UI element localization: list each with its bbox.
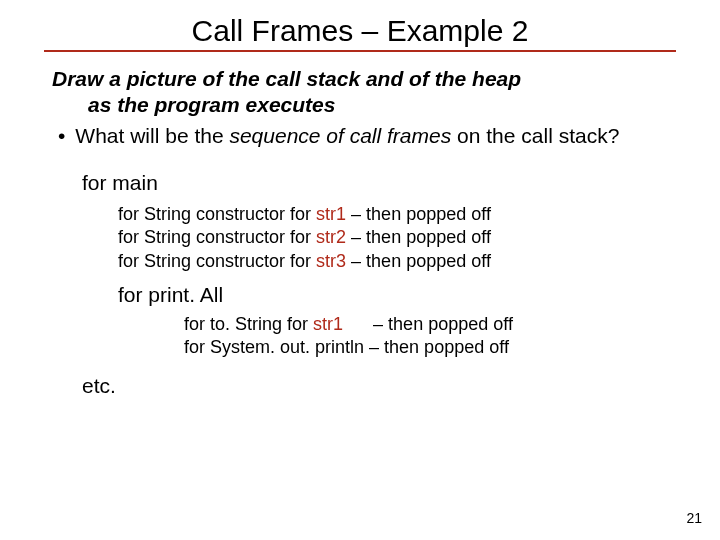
p1-pre: for to. String for xyxy=(184,314,313,334)
lead-line2: as the program executes xyxy=(52,92,676,118)
lead-text: Draw a picture of the call stack and of … xyxy=(44,66,676,119)
lead-line1: Draw a picture of the call stack and of … xyxy=(52,67,521,90)
p1-hl: str1 xyxy=(313,314,343,334)
print-line-1: for to. String for str1 – then popped of… xyxy=(184,313,676,336)
bullet-pre: What will be the xyxy=(75,124,229,147)
bullet-italic: sequence of call frames xyxy=(229,124,451,147)
bullet-post: on the call stack? xyxy=(451,124,619,147)
cons2-hl: str2 xyxy=(316,227,346,247)
etc-line: etc. xyxy=(82,374,676,398)
cons2-post: – then popped off xyxy=(346,227,491,247)
title-rule xyxy=(44,50,676,52)
for-main-line: for main xyxy=(82,171,676,195)
cons3-post: – then popped off xyxy=(346,251,491,271)
cons1-pre: for String constructor for xyxy=(118,204,316,224)
cons2-pre: for String constructor for xyxy=(118,227,316,247)
bullet-marker: • xyxy=(58,123,75,149)
for-printall-line: for print. All xyxy=(118,283,676,307)
cons1-hl: str1 xyxy=(316,204,346,224)
cons3-pre: for String constructor for xyxy=(118,251,316,271)
page-number: 21 xyxy=(686,510,702,526)
print-line-2: for System. out. println – then popped o… xyxy=(184,336,676,359)
slide-title: Call Frames – Example 2 xyxy=(44,14,676,48)
cons3-hl: str3 xyxy=(316,251,346,271)
print-lines: for to. String for str1 – then popped of… xyxy=(184,313,676,360)
cons-line-2: for String constructor for str2 – then p… xyxy=(118,226,676,249)
cons1-post: – then popped off xyxy=(346,204,491,224)
bullet-text: What will be the sequence of call frames… xyxy=(75,123,619,149)
p2-post: – then popped off xyxy=(369,337,509,357)
bullet-item: • What will be the sequence of call fram… xyxy=(44,123,676,149)
cons-line-3: for String constructor for str3 – then p… xyxy=(118,250,676,273)
cons-line-1: for String constructor for str1 – then p… xyxy=(118,203,676,226)
p2-pre: for System. out. println xyxy=(184,337,369,357)
constructor-lines: for String constructor for str1 – then p… xyxy=(118,203,676,273)
p1-post: – then popped off xyxy=(373,314,513,334)
p1-gap xyxy=(343,314,373,334)
